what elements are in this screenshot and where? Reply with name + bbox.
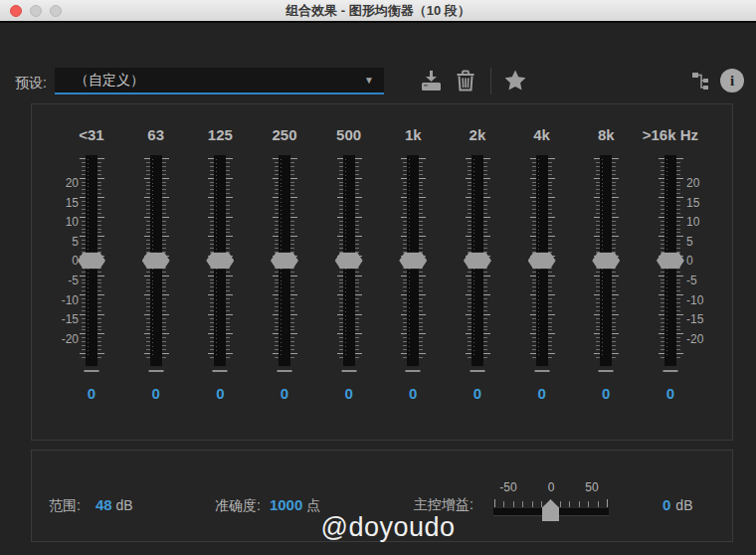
- info-icon: i: [730, 73, 734, 90]
- band-frequency-label: 4k: [533, 126, 550, 146]
- window-title: 组合效果 - 图形均衡器（10 段）: [0, 0, 756, 21]
- band-slider[interactable]: [142, 155, 170, 366]
- eq-band: 63 0: [136, 104, 176, 402]
- band-frequency-label: 500: [336, 126, 361, 146]
- gain-scale-label: -50: [499, 480, 516, 494]
- band-frequency-label: >16k Hz: [643, 126, 698, 146]
- favorite-button[interactable]: [500, 67, 530, 96]
- minimize-button[interactable]: [30, 5, 42, 17]
- slider-handle[interactable]: [78, 253, 105, 270]
- band-value[interactable]: 0: [216, 385, 224, 402]
- band-frequency-label: 63: [147, 126, 164, 146]
- save-preset-button[interactable]: [416, 67, 446, 96]
- gain-value-group: 0 dB: [662, 496, 692, 513]
- band-value[interactable]: 0: [344, 385, 352, 402]
- band-slider[interactable]: [335, 155, 363, 366]
- gain-scale-labels: -50050: [493, 480, 611, 494]
- band-value[interactable]: 0: [602, 385, 610, 402]
- slider-handle[interactable]: [592, 253, 620, 270]
- band-frequency-label: 1k: [405, 126, 422, 146]
- accuracy-value[interactable]: 1000: [270, 496, 302, 513]
- band-slider[interactable]: [592, 155, 620, 366]
- gain-scale-label: 0: [548, 480, 555, 494]
- graphic-equalizer-window: 组合效果 - 图形均衡器（10 段） 预设: （自定义） ▼: [0, 0, 756, 555]
- slider-endcap: [148, 370, 163, 372]
- eq-band: 125 0: [200, 104, 240, 402]
- slider-handle[interactable]: [657, 253, 684, 270]
- accuracy-group: 准确度: 1000 点: [215, 496, 320, 515]
- titlebar: 组合效果 - 图形均衡器（10 段）: [0, 0, 756, 23]
- band-slider[interactable]: [78, 155, 105, 366]
- eq-band: 250 0: [265, 104, 304, 402]
- slider-endcap: [662, 370, 677, 372]
- band-value[interactable]: 0: [666, 385, 674, 402]
- band-frequency-label: 8k: [598, 126, 615, 146]
- slider-endcap: [406, 370, 421, 372]
- range-label: 范围:: [49, 497, 81, 515]
- star-icon: [501, 67, 529, 97]
- band-value[interactable]: 0: [151, 385, 159, 402]
- band-value[interactable]: 0: [409, 385, 417, 402]
- slider-handle[interactable]: [206, 253, 234, 270]
- bands-row: <31 0 63 0 125: [72, 104, 690, 402]
- band-value[interactable]: 0: [281, 385, 288, 402]
- close-button[interactable]: [10, 5, 22, 17]
- save-preset-icon: [418, 68, 444, 96]
- delete-preset-button[interactable]: [451, 67, 480, 96]
- gain-unit: dB: [675, 497, 692, 513]
- slider-endcap: [599, 370, 614, 372]
- band-slider[interactable]: [399, 155, 427, 366]
- band-slider[interactable]: [271, 155, 298, 366]
- range-value[interactable]: 48: [95, 496, 112, 513]
- slider-handle[interactable]: [142, 253, 170, 270]
- eq-band: 500 0: [329, 104, 369, 402]
- eq-band: 2k 0: [458, 104, 497, 402]
- info-button[interactable]: i: [720, 69, 744, 92]
- preset-dropdown[interactable]: （自定义） ▼: [55, 68, 384, 94]
- band-frequency-label: <31: [79, 126, 103, 146]
- eq-band: >16k Hz 0: [651, 104, 690, 402]
- band-slider[interactable]: [206, 155, 234, 366]
- band-slider[interactable]: [464, 155, 491, 366]
- db-scale-right: 20151050-5-10-15-20: [686, 155, 732, 366]
- band-value[interactable]: 0: [473, 385, 481, 402]
- band-frequency-label: 250: [272, 126, 296, 146]
- slider-endcap: [85, 370, 99, 372]
- accuracy-label: 准确度:: [215, 497, 261, 515]
- gain-scale-label: 50: [585, 480, 598, 494]
- eq-band: <31 0: [72, 104, 111, 402]
- slider-endcap: [341, 370, 356, 372]
- toolbar-separator: [490, 68, 491, 94]
- slider-endcap: [277, 370, 291, 372]
- slider-handle[interactable]: [464, 253, 491, 270]
- band-slider[interactable]: [657, 155, 684, 366]
- band-frequency-label: 2k: [470, 126, 486, 146]
- slider-endcap: [213, 370, 228, 372]
- range-group: 范围: 48 dB: [49, 496, 133, 515]
- preset-label: 预设:: [15, 75, 47, 92]
- master-gain-slider[interactable]: -50050: [493, 480, 611, 526]
- toolbar: 预设: （自定义） ▼: [0, 25, 756, 94]
- eq-band: 1k 0: [393, 104, 433, 402]
- slider-handle[interactable]: [399, 253, 427, 270]
- preset-value: （自定义）: [55, 72, 364, 90]
- slider-handle[interactable]: [528, 253, 556, 270]
- eq-band: 8k 0: [586, 104, 626, 402]
- slider-endcap: [534, 370, 549, 372]
- gain-value[interactable]: 0: [662, 496, 670, 513]
- zoom-button[interactable]: [50, 5, 62, 17]
- equalizer-panel: 20151050-5-10-15-20 20151050-5-10-15-20 …: [31, 103, 733, 441]
- routing-icon: [689, 69, 713, 95]
- chevron-down-icon: ▼: [364, 75, 384, 86]
- band-frequency-label: 125: [208, 126, 233, 146]
- routing-button[interactable]: [686, 67, 716, 96]
- band-value[interactable]: 0: [88, 385, 95, 402]
- trash-icon: [453, 68, 478, 96]
- band-value[interactable]: 0: [537, 385, 545, 402]
- band-slider[interactable]: [528, 155, 556, 366]
- slider-handle[interactable]: [335, 253, 363, 270]
- range-unit: dB: [116, 497, 133, 513]
- slider-handle[interactable]: [271, 253, 298, 270]
- watermark: @doyoudo: [320, 512, 455, 543]
- window-controls: [10, 5, 62, 17]
